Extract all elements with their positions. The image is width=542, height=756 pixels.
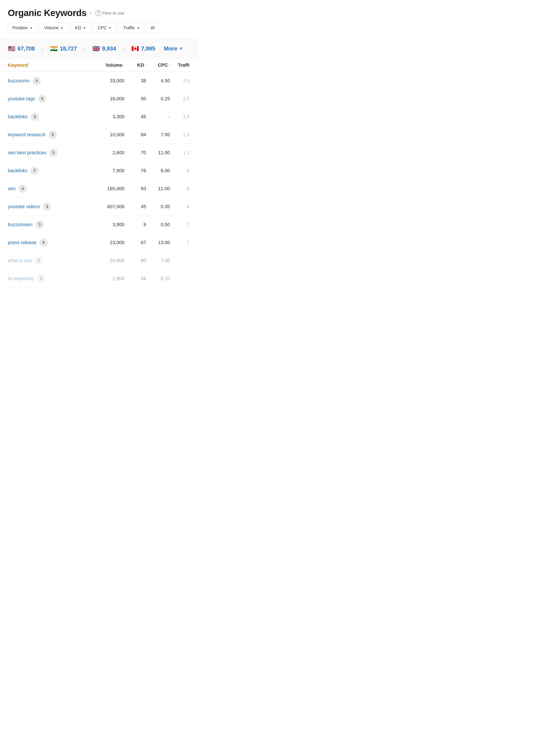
keyword-link-10[interactable]: what is seo [8,258,32,263]
position-badge-0: 4 [33,77,41,85]
kd-cell-0: 38 [124,78,146,84]
volume-cell-4: 2,600 [90,150,124,156]
keyword-link-3[interactable]: keyword research [8,132,45,138]
cpc-cell-11: 0.10 [146,276,170,281]
more-countries-button[interactable]: More ▼ [164,45,183,52]
keyword-cell-7: youtube videos 3 [8,203,90,211]
position-arrow-icon: ▼ [29,26,33,30]
kd-arrow-icon: ▼ [83,26,86,30]
traffic-col-label: Traffi [178,62,189,68]
cpc-col-label: CPC [158,62,168,68]
keyword-link-2[interactable]: backlinko [8,114,28,120]
position-badge-2: 5 [31,113,39,121]
how-to-use-label: How to use [103,11,124,16]
volume-cell-11: 2,900 [90,276,124,281]
filter-traffic[interactable]: Traffic ▼ [119,23,144,33]
kd-cell-2: 45 [124,114,146,120]
keyword-cell-3: keyword research 5 [8,131,90,139]
filter-kd[interactable]: KD ▼ [71,23,91,33]
divider-1: | [42,46,43,52]
volume-cell-9: 23,000 [90,240,124,245]
country-gb[interactable]: 🇬🇧 9,934 [86,43,122,54]
position-badge-9: 5 [39,238,48,247]
table-body: buzzsumo 4 33,000 38 4.50 3,5 youtube ta… [0,72,197,288]
col-kd: KD i [124,62,146,68]
keyword-link-11[interactable]: lsi keywords [8,276,34,281]
cpc-cell-2: – [146,114,170,120]
table-row: press release 5 23,000 67 13.00 7 [0,234,197,252]
cpc-cell-3: 7.00 [146,132,170,138]
kd-cell-10: 90 [124,258,146,263]
traffic-cell-7: 8 [170,204,189,209]
keyword-link-6[interactable]: seo [8,186,15,191]
country-bar: 🇺🇸 67,708 | 🇮🇳 18,727 | 🇬🇧 9,934 | 🇨🇦 7,… [0,38,197,59]
us-flag-icon: 🇺🇸 [8,45,15,52]
how-to-use-link[interactable]: ? How to use [95,10,124,16]
traffic-cell-3: 1,5 [170,132,189,138]
keyword-link-4[interactable]: seo best practices [8,150,46,156]
country-ca[interactable]: 🇨🇦 7,995 [125,43,161,54]
kd-cell-4: 70 [124,150,146,156]
col-cpc: CPC i [146,62,170,68]
volume-cell-3: 10,000 [90,132,124,138]
filter-position-label: Position [12,25,28,30]
kd-cell-9: 67 [124,240,146,245]
cpc-cell-7: 0.35 [146,204,170,209]
divider-2: | [84,46,85,52]
kd-cell-7: 45 [124,204,146,209]
filter-bar: Position ▼ Volume ▼ KD ▼ CPC ▼ Traffic ▼… [0,23,197,38]
keyword-cell-1: youtube tags 5 [8,95,90,103]
position-badge-10: 5 [35,256,43,265]
filter-volume-label: Volume [44,25,59,30]
cpc-cell-9: 13.00 [146,240,170,245]
table-row: youtube tags 5 16,000 50 0.25 2,5 [0,90,197,108]
volume-col-label: Volume [106,62,122,68]
keyword-link-1[interactable]: youtube tags [8,96,35,102]
cpc-cell-8: 0.50 [146,222,170,227]
gb-count: 9,934 [102,45,116,52]
keyword-cell-5: backlinks 7 [8,167,90,175]
keyword-cell-8: buzzstream 3 [8,221,90,229]
filter-w[interactable]: W [147,23,158,33]
volume-arrow-icon: ▼ [60,26,63,30]
keyword-link-0[interactable]: buzzsumo [8,78,29,84]
traffic-cell-4: 1,1 [170,150,189,156]
cpc-cell-4: 11.00 [146,150,170,156]
kd-cell-8: 9 [124,222,146,227]
table-header: Keyword Volume i KD i CPC i Traffi [0,59,197,72]
volume-cell-8: 3,800 [90,222,124,227]
traffic-cell-9: 7 [170,240,189,245]
cpc-cell-0: 4.50 [146,78,170,84]
kd-cell-5: 76 [124,168,146,174]
col-keyword: Keyword [8,62,90,68]
kd-cell-6: 93 [124,186,146,191]
cpc-cell-10: 7.00 [146,258,170,263]
keyword-link-9[interactable]: press release [8,240,36,245]
kd-cell-11: 56 [124,276,146,281]
kd-cell-3: 84 [124,132,146,138]
traffic-arrow-icon: ▼ [137,26,140,30]
in-flag-icon: 🇮🇳 [50,45,58,52]
cpc-cell-5: 6.00 [146,168,170,174]
col-traffic: Traffi [170,62,189,68]
table-row: what is seo 5 24,000 90 7.00 [0,252,197,270]
gb-flag-icon: 🇬🇧 [92,45,100,52]
country-us[interactable]: 🇺🇸 67,708 [8,43,41,54]
cpc-cell-1: 0.25 [146,96,170,102]
position-badge-3: 5 [49,131,57,139]
title-info-icon[interactable]: i [90,10,91,16]
keyword-cell-6: seo 4 [8,185,90,193]
filter-position[interactable]: Position ▼ [8,23,37,33]
keyword-link-8[interactable]: buzzstream [8,222,33,227]
keyword-cell-11: lsi keywords 4 [8,274,90,283]
filter-cpc[interactable]: CPC ▼ [93,23,116,33]
country-in[interactable]: 🇮🇳 18,727 [44,43,83,54]
more-label: More [164,45,177,52]
page-title: Organic Keywords [8,8,86,18]
filter-volume[interactable]: Volume ▼ [40,23,68,33]
divider-3: | [123,46,124,52]
traffic-cell-2: 1,6 [170,114,189,120]
col-volume: Volume i [90,62,124,68]
keyword-link-5[interactable]: backlinks [8,168,27,174]
keyword-link-7[interactable]: youtube videos [8,204,40,209]
